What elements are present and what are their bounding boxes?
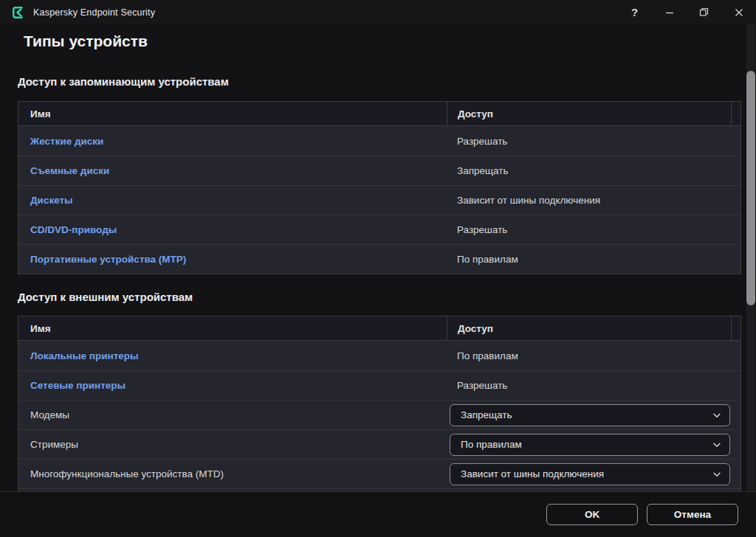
table-row: Жесткие дискиРазрешать <box>18 126 740 156</box>
device-name-cell: Портативные устройства (MTP) <box>18 245 447 274</box>
ok-button[interactable]: OK <box>546 504 638 525</box>
table-row: CD/DVD-приводыРазрешать <box>18 215 740 244</box>
device-name-link[interactable]: CD/DVD-приводы <box>30 224 117 235</box>
access-dropdown[interactable]: Запрещать <box>450 404 730 426</box>
table-row: СтримерыПо правилам <box>18 429 740 459</box>
column-header-access: Доступ <box>447 316 731 340</box>
device-name-label: Модемы <box>30 409 69 420</box>
device-name-cell: Локальные принтеры <box>18 341 447 370</box>
device-name-link[interactable]: Съемные диски <box>30 165 109 176</box>
table-row: Многофункциональные устройства (MTD)Зави… <box>18 459 740 488</box>
external-devices-table: Имя Доступ Локальные принтерыПо правилам… <box>18 316 741 493</box>
device-name-cell: Модемы <box>18 401 447 429</box>
section-title-storage-devices: Доступ к запоминающим устройствам <box>18 75 229 88</box>
app-window: Kaspersky Endpoint Security ? Типы устро… <box>0 0 756 537</box>
table-row: МодемыЗапрещать <box>18 400 740 429</box>
device-name-link[interactable]: Жесткие диски <box>30 136 103 147</box>
access-value: Разрешать <box>457 380 507 391</box>
section-title-external-devices: Доступ к внешним устройствам <box>18 291 193 303</box>
access-cell: По правилам <box>447 341 740 370</box>
access-cell: Зависит от шины подключения <box>447 460 740 488</box>
page-title: Типы устройств <box>24 32 148 50</box>
help-button[interactable]: ? <box>617 0 652 24</box>
restore-button[interactable] <box>687 0 721 24</box>
device-name-link[interactable]: Дискеты <box>30 195 73 206</box>
cancel-button[interactable]: Отмена <box>647 504 738 525</box>
device-name-cell: Дискеты <box>18 186 447 215</box>
table-row: ДискетыЗависит от шины подключения <box>18 185 740 215</box>
header-gutter <box>731 102 740 125</box>
table-row: Съемные дискиЗапрещать <box>18 156 740 185</box>
access-cell: Запрещать <box>447 401 740 429</box>
column-header-name: Имя <box>18 102 447 125</box>
column-header-access: Доступ <box>447 102 731 125</box>
window-title: Kaspersky Endpoint Security <box>33 7 155 18</box>
table-row: Сетевые принтерыРазрешать <box>18 370 740 400</box>
access-value: По правилам <box>457 350 518 361</box>
access-cell: Запрещать <box>447 156 740 185</box>
access-value: Зависит от шины подключения <box>457 195 600 206</box>
dropdown-selected-value: По правилам <box>461 439 522 450</box>
device-name-label: Многофункциональные устройства (MTD) <box>30 468 224 479</box>
access-cell: Разрешать <box>447 215 740 244</box>
device-name-cell: Жесткие диски <box>18 126 447 156</box>
device-name-link[interactable]: Сетевые принтеры <box>30 380 126 391</box>
device-name-cell: Стримеры <box>18 430 447 459</box>
access-dropdown[interactable]: Зависит от шины подключения <box>450 463 730 485</box>
minimize-button[interactable] <box>652 0 687 24</box>
access-cell: По правилам <box>447 430 740 459</box>
access-cell: Зависит от шины подключения <box>447 186 740 215</box>
access-cell: Разрешать <box>447 126 740 156</box>
vertical-scrollbar-thumb[interactable] <box>746 71 755 305</box>
device-name-cell: Съемные диски <box>18 156 447 185</box>
dropdown-selected-value: Зависит от шины подключения <box>461 468 604 479</box>
window-controls: ? <box>617 0 756 24</box>
access-cell: По правилам <box>447 245 740 274</box>
device-name-link[interactable]: Портативные устройства (MTP) <box>30 254 186 265</box>
header-gutter <box>731 316 740 340</box>
access-value: Разрешать <box>457 224 507 235</box>
table-row: Портативные устройства (MTP)По правилам <box>18 244 740 274</box>
device-name-link[interactable]: Локальные принтеры <box>30 350 139 361</box>
chevron-down-icon <box>712 469 722 479</box>
storage-devices-table: Имя Доступ Жесткие дискиРазрешатьСъемные… <box>18 101 741 274</box>
footer-bar: OK Отмена <box>0 491 756 537</box>
chevron-down-icon <box>712 410 722 420</box>
column-header-name: Имя <box>18 316 447 340</box>
access-dropdown[interactable]: По правилам <box>450 434 730 456</box>
access-value: Разрешать <box>457 136 507 147</box>
title-bar: Kaspersky Endpoint Security ? <box>0 0 756 24</box>
close-button[interactable] <box>721 0 756 24</box>
device-name-label: Стримеры <box>30 439 78 450</box>
chevron-down-icon <box>712 440 722 450</box>
table-header: Имя Доступ <box>18 316 740 341</box>
device-name-cell: Сетевые принтеры <box>18 371 447 400</box>
device-name-cell: CD/DVD-приводы <box>18 215 447 244</box>
access-value: По правилам <box>457 254 518 265</box>
table-header: Имя Доступ <box>18 102 740 126</box>
access-cell: Разрешать <box>447 371 740 400</box>
dropdown-selected-value: Запрещать <box>461 409 512 420</box>
kaspersky-logo-icon <box>10 5 25 20</box>
table-row: Локальные принтерыПо правилам <box>18 341 740 370</box>
access-value: Запрещать <box>457 165 509 176</box>
device-name-cell: Многофункциональные устройства (MTD) <box>18 460 447 488</box>
